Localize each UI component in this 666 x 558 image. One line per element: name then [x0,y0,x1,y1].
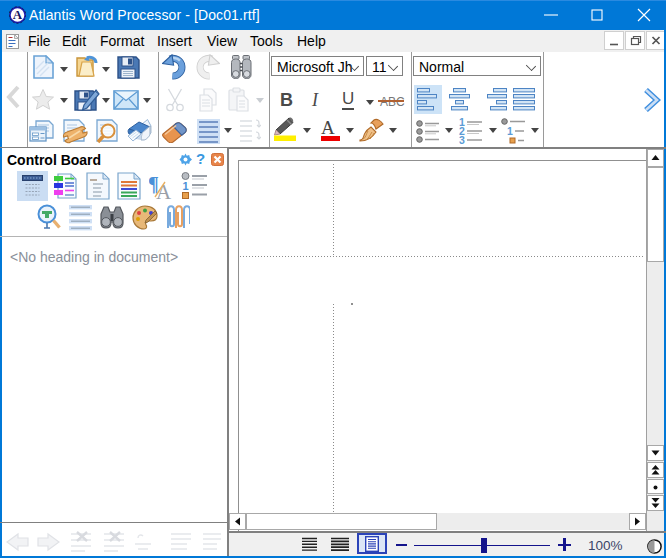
svg-text:A: A [13,7,23,22]
svg-text:1: 1 [507,125,513,137]
svg-text:1: 1 [183,180,189,192]
svg-text:3: 3 [459,134,465,144]
